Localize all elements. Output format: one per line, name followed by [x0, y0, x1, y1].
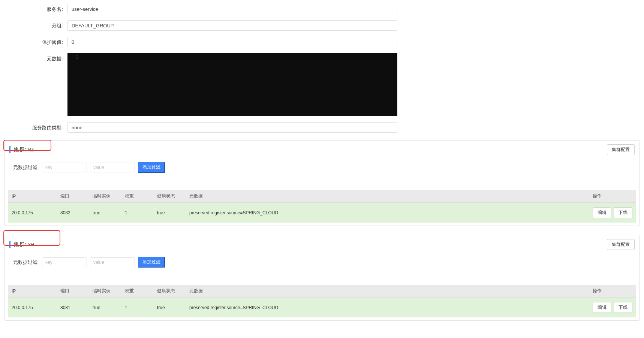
metadata-filter-row: 元数据过滤 添加过滤: [5, 251, 639, 268]
instance-table: IP 端口 临时实例 权重 健康状态 元数据 操作 20.0.0.175 808…: [8, 190, 636, 223]
table-row: 20.0.0.175 8081 true 1 true preserved.re…: [8, 298, 636, 318]
th-ops: 操作: [589, 285, 636, 298]
filter-key-input[interactable]: [42, 257, 87, 267]
protect-threshold-label: 保护阈值:: [0, 37, 67, 46]
th-ops: 操作: [589, 190, 636, 203]
service-name-input[interactable]: [67, 4, 397, 14]
cell-weight: 1: [121, 203, 153, 223]
table-row: 20.0.0.175 8082 true 1 true preserved.re…: [8, 203, 636, 223]
cluster-title: 集群: HZ: [9, 146, 34, 153]
th-weight: 权重: [121, 285, 153, 298]
th-port: 端口: [57, 285, 89, 298]
cell-ip: 20.0.0.175: [8, 298, 57, 318]
add-filter-button[interactable]: 添加过滤: [138, 257, 165, 268]
cluster-title: 集群: SH: [9, 241, 34, 248]
metadata-filter-label: 元数据过滤: [13, 164, 37, 171]
cell-port: 8082: [57, 203, 89, 223]
th-meta: 元数据: [186, 285, 589, 298]
filter-value-input[interactable]: [90, 163, 135, 172]
th-port: 端口: [57, 190, 89, 203]
metadata-filter-row: 元数据过滤 添加过滤: [5, 157, 639, 173]
metadata-label: 元数据:: [0, 53, 67, 62]
th-ip: IP: [8, 190, 57, 203]
service-form: 服务名: 分组: 保护阈值: 元数据: 1 服务路由类型:: [0, 4, 397, 133]
cluster-title-label: 集群:: [13, 146, 26, 153]
cell-weight: 1: [121, 298, 153, 318]
route-type-input[interactable]: [67, 122, 397, 133]
th-meta: 元数据: [186, 190, 589, 203]
cluster-name: HZ: [28, 147, 34, 153]
metadata-editor[interactable]: 1: [67, 53, 397, 116]
offline-button[interactable]: 下线: [614, 302, 632, 313]
metadata-filter-label: 元数据过滤: [13, 259, 37, 266]
th-ip: IP: [8, 285, 57, 298]
protect-threshold-input[interactable]: [67, 37, 397, 47]
cluster-name: SH: [28, 242, 34, 247]
cell-meta: preserved.register.source=SPRING_CLOUD: [186, 203, 589, 223]
cluster-config-button[interactable]: 集群配置: [607, 144, 635, 155]
instance-table: IP 端口 临时实例 权重 健康状态 元数据 操作 20.0.0.175 808…: [8, 285, 636, 317]
filter-key-input[interactable]: [42, 163, 87, 172]
cell-temp: true: [89, 298, 121, 318]
group-input[interactable]: [67, 20, 397, 31]
th-temp: 临时实例: [89, 285, 121, 298]
cell-meta: preserved.register.source=SPRING_CLOUD: [186, 298, 589, 318]
cell-port: 8081: [57, 298, 89, 318]
th-health: 健康状态: [153, 285, 186, 298]
cell-temp: true: [89, 203, 121, 223]
cluster-title-label: 集群:: [13, 241, 26, 248]
th-weight: 权重: [121, 190, 153, 203]
edit-button[interactable]: 编辑: [593, 207, 611, 218]
add-filter-button[interactable]: 添加过滤: [138, 162, 165, 173]
route-type-label: 服务路由类型:: [0, 122, 67, 131]
cell-health: true: [153, 298, 186, 318]
service-name-label: 服务名:: [0, 4, 67, 13]
filter-value-input[interactable]: [90, 257, 135, 267]
th-health: 健康状态: [153, 190, 186, 203]
th-temp: 临时实例: [89, 190, 121, 203]
cell-health: true: [153, 203, 186, 223]
cell-ip: 20.0.0.175: [8, 203, 57, 223]
offline-button[interactable]: 下线: [614, 207, 632, 218]
cluster-card: 集群: HZ 集群配置 元数据过滤 添加过滤 IP 端口 临时实例 权重 健康状…: [4, 140, 640, 226]
group-label: 分组:: [0, 20, 67, 29]
edit-button[interactable]: 编辑: [593, 302, 611, 313]
cluster-card: 集群: SH 集群配置 元数据过滤 添加过滤 IP 端口 临时实例 权重 健康状…: [4, 235, 640, 321]
editor-line-number: 1: [76, 55, 78, 60]
cluster-config-button[interactable]: 集群配置: [607, 239, 635, 250]
